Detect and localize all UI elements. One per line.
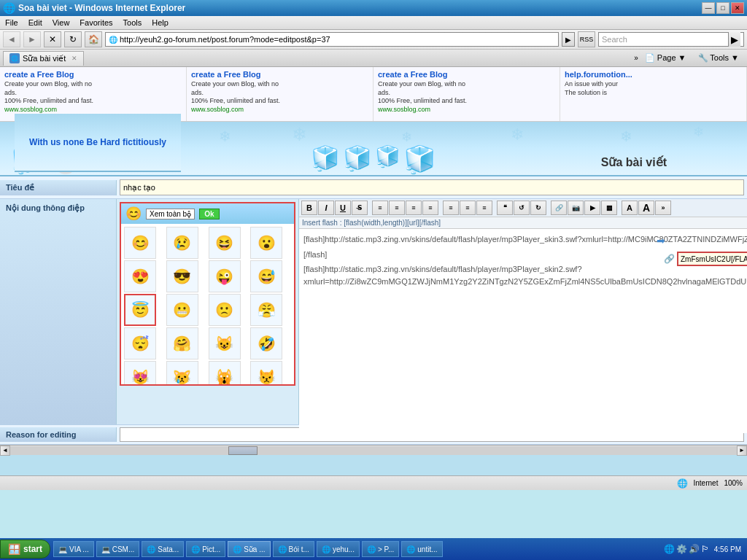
horizontal-scrollbar[interactable]: ◄ ► <box>0 445 747 455</box>
link-button[interactable]: 🔗 <box>551 201 567 215</box>
refresh-button[interactable]: ↻ <box>64 31 82 47</box>
go-button[interactable]: ▶ <box>562 32 575 47</box>
emote-item[interactable]: 😍 <box>124 260 156 292</box>
view-all-button[interactable]: Xem toàn bộ <box>146 209 195 219</box>
bold-button[interactable]: B <box>301 201 317 215</box>
emote-item[interactable]: 😺 <box>209 327 241 359</box>
taskbar-item-yehu[interactable]: 🌐 yehu... <box>317 541 360 557</box>
stop-button[interactable]: ✕ <box>44 31 61 47</box>
undo-button[interactable]: ↺ <box>514 201 530 215</box>
tab-bar: 🌐 Sữa bài viết ✕ » 📄 Page ▼ 🔧 Tools ▼ <box>0 50 747 67</box>
search-input[interactable] <box>602 35 728 44</box>
list-button-2[interactable]: ≡ <box>460 201 476 215</box>
menu-help[interactable]: Help <box>150 18 171 28</box>
emote-item[interactable]: 😻 <box>124 361 156 384</box>
emote-item[interactable]: 🤣 <box>250 327 282 359</box>
font-large-button[interactable]: A <box>638 201 654 215</box>
video-button[interactable]: ▶ <box>584 201 600 215</box>
taskbar-item-p[interactable]: 🌐 > P... <box>362 541 399 557</box>
emote-item[interactable]: 😆 <box>209 227 241 259</box>
reason-label: Reason for editing <box>0 427 117 442</box>
emote-item[interactable]: 😅 <box>250 260 282 292</box>
menu-favorites[interactable]: Favorites <box>77 18 115 28</box>
list-button-3[interactable]: ≡ <box>476 201 492 215</box>
list-button-1[interactable]: ≡ <box>443 201 459 215</box>
menu-tools[interactable]: Tools <box>121 18 144 28</box>
italic-button[interactable]: I <box>318 201 334 215</box>
tab-sua-bai-viet[interactable]: 🌐 Sữa bài viết ✕ <box>3 51 84 66</box>
rss-button[interactable]: RSS <box>578 31 595 47</box>
taskbar-item-untit[interactable]: 🌐 untit... <box>401 541 442 557</box>
align-left-button[interactable]: ≡ <box>372 201 388 215</box>
align-center-button[interactable]: ≡ <box>389 201 405 215</box>
emote-item[interactable]: 😾 <box>250 361 282 384</box>
menu-edit[interactable]: Edit <box>26 18 44 28</box>
emote-panel: 😊 Xem toàn bộ Ok 😊 😢 😆 😮 😍 😎 😜 <box>120 202 295 386</box>
align-right-button[interactable]: ≡ <box>406 201 422 215</box>
strikethrough-button[interactable]: S̶ <box>352 201 368 215</box>
table-button[interactable]: ▦ <box>601 201 617 215</box>
content-editor[interactable]: [flash]http://static.mp3.zing.vn/skins/d… <box>299 229 747 433</box>
h-scroll-thumb[interactable] <box>228 446 258 455</box>
taskbar-item-sata[interactable]: 🌐 Sata... <box>142 541 184 557</box>
taskbar-label: yehu... <box>333 545 355 553</box>
title-input[interactable] <box>120 179 744 195</box>
back-button[interactable]: ◄ <box>3 31 20 47</box>
forum-header: ❄ ❄ ❄ ❄ ❄ ❄ ❄ ❄ ❄ 🧊 ⛄ 🧊 🧊 🧊 🧊 With us no… <box>0 122 747 176</box>
menu-view[interactable]: View <box>50 18 72 28</box>
search-go-button[interactable]: ▶ <box>728 32 740 47</box>
menu-file[interactable]: File <box>3 18 20 28</box>
taskbar-item-boit[interactable]: 🌐 Bói t... <box>273 541 314 557</box>
forward-button[interactable]: ► <box>23 31 41 47</box>
taskbar-item-sua[interactable]: 🌐 Sữa ... <box>228 541 270 557</box>
taskbar-item-csm[interactable]: 💻 CSM... <box>96 541 140 557</box>
taskbar-icon: 🌐 <box>278 545 287 553</box>
justify-button[interactable]: ≡ <box>422 201 438 215</box>
image-button[interactable]: 📷 <box>568 201 584 215</box>
emote-item[interactable]: 😊 <box>124 227 156 259</box>
taskbar-label: Sata... <box>158 545 179 553</box>
emote-item[interactable]: 😎 <box>166 260 198 292</box>
tab-close-icon[interactable]: ✕ <box>71 55 77 62</box>
close-button[interactable]: ✕ <box>731 2 744 14</box>
tools-menu-button[interactable]: 🔧 Tools ▼ <box>693 52 744 64</box>
status-right: 🌐 Internet 100% <box>677 478 743 489</box>
emote-item[interactable]: 😬 <box>166 294 198 326</box>
ad-2-line2: ads. <box>191 89 368 98</box>
emote-item[interactable]: 😮 <box>250 227 282 259</box>
url-input[interactable] <box>677 252 747 266</box>
emote-item[interactable]: 🙁 <box>209 294 241 326</box>
emote-item[interactable]: 😇 <box>124 294 156 326</box>
underline-button[interactable]: U <box>335 201 351 215</box>
emote-item[interactable]: 🙀 <box>209 361 241 384</box>
emote-item[interactable]: 🤗 <box>166 327 198 359</box>
redo-button[interactable]: ↻ <box>530 201 546 215</box>
address-input[interactable] <box>120 35 555 44</box>
ad-1-line1: Create your own Blog, with no <box>4 80 182 89</box>
emote-item[interactable]: 😤 <box>250 294 282 326</box>
minimize-button[interactable]: — <box>702 2 715 14</box>
quote-button[interactable]: ❝ <box>497 201 513 215</box>
h-scroll-left[interactable]: ◄ <box>0 446 10 456</box>
taskbar-item-pict[interactable]: 🌐 Pict... <box>186 541 225 557</box>
emote-item[interactable]: 😜 <box>209 260 241 292</box>
address-icon: 🌐 <box>109 36 117 44</box>
emote-item[interactable]: 😴 <box>124 327 156 359</box>
font-size-button[interactable]: A <box>622 201 638 215</box>
ad-4-line1: An issue with your <box>565 80 742 89</box>
emote-item[interactable]: 😿 <box>166 361 198 384</box>
home-button[interactable]: 🏠 <box>85 31 102 47</box>
taskbar-icon: 🌐 <box>367 545 376 553</box>
ok-button[interactable]: Ok <box>199 209 219 219</box>
start-button[interactable]: 🪟 start <box>0 540 50 559</box>
taskbar-icon: 🌐 <box>191 545 200 553</box>
emote-item[interactable]: 😢 <box>166 227 198 259</box>
more-button[interactable]: » <box>655 201 671 215</box>
tab-favicon: 🌐 <box>9 53 20 63</box>
taskbar-item-via[interactable]: 💻 VIA ... <box>53 541 94 557</box>
maximize-button[interactable]: □ <box>716 2 729 14</box>
page-menu-button[interactable]: 📄 Page ▼ <box>640 52 692 64</box>
window-title: Soa bài viet - Windows Internet Explorer <box>18 3 185 13</box>
emote-header: 😊 Xem toàn bộ Ok <box>121 203 294 224</box>
h-scroll-right[interactable]: ► <box>737 446 747 456</box>
